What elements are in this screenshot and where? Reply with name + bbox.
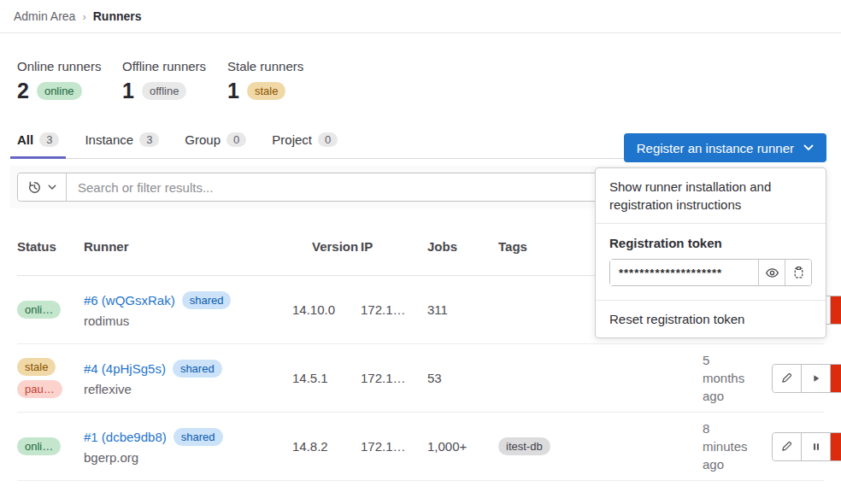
shared-badge: shared	[173, 428, 223, 446]
runner-actions	[772, 364, 841, 393]
last-contact-line: months	[703, 369, 772, 387]
last-contact-line: minutes	[703, 437, 772, 455]
search-history-button[interactable]	[18, 173, 67, 201]
runner-actions	[772, 432, 841, 461]
edit-runner-button[interactable]	[773, 365, 802, 392]
register-instance-runner-button[interactable]: Register an instance runner	[624, 133, 826, 162]
register-button-label: Register an instance runner	[637, 141, 794, 155]
breadcrumb: Admin Area › Runners	[0, 0, 841, 33]
delete-runner-button[interactable]	[831, 296, 841, 324]
tab-label: Project	[272, 132, 312, 147]
runner-jobs: 53	[427, 371, 498, 385]
shared-badge: shared	[182, 291, 232, 309]
tab-all[interactable]: All 3	[10, 124, 66, 158]
edit-runner-button[interactable]	[773, 433, 802, 460]
tab-count-badge: 3	[139, 132, 159, 147]
header-tags: Tags	[498, 239, 601, 254]
play-icon	[811, 373, 821, 384]
pencil-icon	[780, 372, 793, 384]
reveal-token-button[interactable]	[758, 260, 785, 285]
header-status: Status	[17, 239, 84, 254]
copy-token-button[interactable]	[785, 260, 811, 285]
tab-label: All	[17, 132, 33, 147]
registration-token-input[interactable]	[610, 260, 758, 285]
status-badge: stale	[247, 82, 285, 100]
header-runner: Runner	[84, 239, 292, 254]
pause-icon	[811, 442, 821, 452]
table-row: onli… #1 (dcbe9db8) shared bgerp.org 14.…	[17, 413, 824, 481]
table-row: stale pau… #4 (4pHjSg5s) shared reflexiv…	[17, 344, 824, 413]
stat-offline-runners: Offline runners 1 offline	[122, 59, 227, 102]
runner-jobs: 311	[427, 302, 498, 317]
pause-runner-button[interactable]	[802, 433, 831, 460]
tab-label: Instance	[85, 132, 133, 147]
runner-version: 14.10.0	[292, 302, 361, 317]
delete-runner-button[interactable]	[831, 433, 841, 460]
reset-registration-token-item[interactable]: Reset registration token	[596, 301, 826, 337]
status-badge: offline	[142, 82, 186, 100]
runner-link[interactable]: #1 (dcbe9db8)	[84, 430, 167, 444]
tab-count-badge: 0	[318, 132, 338, 147]
tab-project[interactable]: Project 0	[265, 124, 344, 158]
stat-value: 1	[227, 79, 239, 102]
status-badge: onli…	[17, 301, 61, 319]
runner-last-contact: 8 minutes ago	[703, 419, 772, 473]
status-badge: stale	[17, 358, 56, 376]
register-runner-dropdown: Show runner installation and registratio…	[595, 167, 826, 338]
stat-label: Offline runners	[122, 59, 227, 73]
breadcrumb-runners: Runners	[93, 9, 142, 23]
runner-link[interactable]: #4 (4pHjSg5s)	[84, 361, 166, 376]
header-ip: IP	[361, 239, 427, 254]
resume-runner-button[interactable]	[802, 365, 831, 392]
stat-online-runners: Online runners 2 online	[17, 59, 122, 102]
last-contact-line: ago	[703, 455, 772, 473]
status-badge: online	[37, 82, 82, 100]
stat-stale-runners: Stale runners 1 stale	[227, 59, 332, 102]
tab-label: Group	[185, 132, 221, 147]
status-badge: pau…	[17, 380, 62, 398]
tab-group[interactable]: Group 0	[178, 124, 253, 158]
eye-icon	[765, 266, 779, 280]
runner-stats: Online runners 2 online Offline runners …	[17, 59, 824, 102]
pencil-icon	[780, 440, 793, 453]
tab-count-badge: 0	[226, 132, 246, 147]
registration-token-label: Registration token	[609, 236, 812, 250]
registration-token-section: Registration token	[596, 224, 826, 300]
runner-ip: 172.1…	[361, 302, 427, 317]
last-contact-line: 8	[703, 419, 772, 437]
history-icon	[27, 180, 42, 195]
last-contact-line: 5	[703, 351, 772, 369]
runner-ip: 172.1…	[361, 439, 427, 454]
breadcrumb-separator: ›	[82, 10, 85, 23]
chevron-down-icon	[803, 144, 814, 151]
runner-ip: 172.1…	[361, 371, 427, 385]
last-contact-line: ago	[703, 387, 772, 405]
clipboard-icon	[792, 266, 805, 279]
shared-badge: shared	[173, 360, 222, 378]
runner-tags: itest-db	[498, 437, 601, 455]
runner-last-contact: 5 months ago	[703, 351, 772, 405]
show-installation-instructions-item[interactable]: Show runner installation and registratio…	[596, 168, 826, 223]
delete-runner-button[interactable]	[831, 365, 841, 392]
chevron-down-icon	[48, 185, 56, 190]
breadcrumb-admin-area[interactable]: Admin Area	[14, 9, 75, 23]
stat-label: Online runners	[17, 59, 122, 73]
tab-count-badge: 3	[39, 132, 59, 147]
tab-instance[interactable]: Instance 3	[78, 124, 166, 158]
header-jobs: Jobs	[427, 239, 498, 254]
registration-token-group	[609, 259, 812, 286]
tag-badge: itest-db	[498, 437, 550, 455]
status-badge: onli…	[17, 437, 61, 455]
runner-link[interactable]: #6 (wQGsxRak)	[84, 293, 175, 308]
runner-description: bgerp.org	[84, 450, 292, 465]
stat-value: 2	[17, 79, 29, 102]
runner-description: reflexive	[84, 382, 292, 396]
runner-jobs: 1,000+	[427, 439, 498, 454]
runner-version: 14.5.1	[292, 371, 361, 385]
stat-label: Stale runners	[227, 59, 332, 73]
runner-version: 14.8.2	[292, 439, 361, 454]
stat-value: 1	[122, 79, 134, 102]
header-version: Version	[292, 239, 361, 254]
runner-description: rodimus	[84, 314, 292, 328]
